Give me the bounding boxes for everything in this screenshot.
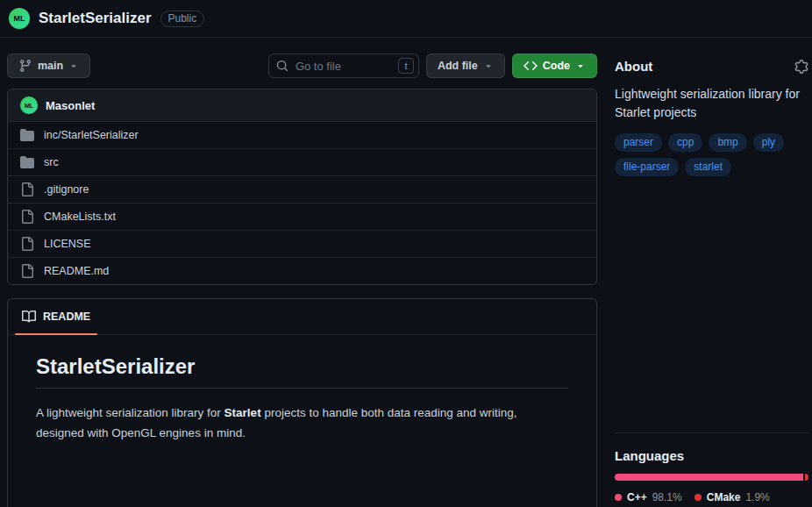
language-legend-item[interactable]: C++ 98.1% [615, 491, 682, 503]
owner-avatar[interactable]: ML [9, 8, 30, 29]
content-column: main t Add file [7, 38, 597, 507]
language-legend-item[interactable]: CMake 1.9% [694, 491, 770, 503]
language-percent: 98.1% [652, 491, 682, 503]
table-row[interactable]: README.md [8, 257, 596, 284]
file-link[interactable]: .gitignore [44, 183, 89, 196]
readme-body: StarletSerializer A lightweight serializ… [8, 335, 596, 462]
readme-title: StarletSerializer [36, 354, 568, 389]
chevron-down-icon [483, 61, 494, 71]
languages-section: Languages C++ 98.1% CMake 1.9% [615, 432, 808, 503]
git-branch-icon [18, 59, 32, 73]
repo-title[interactable]: StarletSerializer [39, 10, 152, 27]
file-rows: inc/StarletSerializer src .gitignore CMa… [8, 121, 596, 284]
code-label: Code [543, 60, 570, 72]
language-color-dot [694, 494, 702, 501]
file-link[interactable]: src [44, 156, 59, 168]
topics-list: parser cpp bmp ply file-parser starlet [615, 133, 808, 176]
readme-tab-bar: README [8, 299, 596, 335]
language-bar-segment [805, 474, 808, 481]
topic-tag[interactable]: starlet [685, 158, 731, 176]
file-icon [20, 237, 34, 251]
file-link[interactable]: LICENSE [44, 238, 91, 250]
readme-paragraph-prefix: A lightweight serialization library for [36, 406, 224, 419]
about-header: About [615, 59, 808, 74]
about-title: About [615, 59, 652, 74]
topic-tag[interactable]: ply [753, 133, 784, 152]
topic-tag[interactable]: cpp [668, 133, 702, 152]
about-description: Lightweight serialization library for St… [615, 85, 808, 122]
code-icon [524, 59, 538, 73]
folder-icon [20, 155, 34, 169]
file-link[interactable]: CMakeLists.txt [44, 211, 116, 223]
table-row[interactable]: .gitignore [8, 175, 596, 203]
latest-commit-row: ML Masonlet [8, 89, 596, 121]
languages-title: Languages [615, 448, 808, 463]
sidebar: About Lightweight serialization library … [615, 38, 808, 503]
about-settings-button[interactable] [794, 60, 808, 74]
visibility-badge: Public [160, 11, 205, 27]
languages-legend: C++ 98.1% CMake 1.9% [615, 491, 808, 503]
chevron-down-icon [68, 61, 79, 71]
code-button[interactable]: Code [512, 54, 597, 78]
file-icon [20, 210, 34, 224]
readme-paragraph-bold: Starlet [224, 406, 261, 419]
table-row[interactable]: CMakeLists.txt [8, 203, 596, 230]
table-row[interactable]: LICENSE [8, 230, 596, 257]
search-icon [276, 60, 288, 72]
topic-tag[interactable]: parser [615, 133, 662, 152]
file-link[interactable]: README.md [44, 265, 109, 277]
gear-icon [794, 60, 808, 74]
branch-label: main [38, 60, 63, 72]
language-percent: 1.9% [745, 491, 769, 503]
goto-file-search: t [268, 54, 419, 78]
file-table: ML Masonlet inc/StarletSerializer src .g… [7, 89, 597, 285]
readme-tab-label: README [43, 311, 90, 323]
readme-card: README StarletSerializer A lightweight s… [7, 298, 597, 507]
language-color-dot [615, 494, 622, 501]
topic-tag[interactable]: file-parser [615, 158, 679, 176]
language-name: CMake [707, 491, 741, 503]
add-file-button[interactable]: Add file [426, 54, 505, 78]
repo-toolbar: main t Add file [7, 54, 597, 78]
language-name: C++ [627, 491, 647, 503]
shortcut-key-badge: t [398, 58, 414, 74]
page-layout: main t Add file [0, 38, 812, 507]
committer-name[interactable]: Masonlet [46, 99, 95, 112]
topic-tag[interactable]: bmp [709, 133, 746, 152]
chevron-down-icon [575, 61, 586, 71]
table-row[interactable]: src [8, 148, 596, 175]
language-bar-segment [615, 474, 803, 481]
branch-selector[interactable]: main [7, 54, 90, 78]
committer-avatar-initials: ML [25, 103, 33, 109]
repo-header: ML StarletSerializer Public [0, 0, 812, 38]
committer-avatar[interactable]: ML [20, 96, 38, 114]
add-file-label: Add file [438, 60, 478, 72]
file-link[interactable]: inc/StarletSerializer [44, 129, 139, 141]
owner-avatar-initials: ML [14, 14, 25, 23]
tab-readme[interactable]: README [15, 299, 97, 334]
file-icon [20, 182, 34, 196]
sidebar-spacer [615, 176, 808, 432]
goto-file-input[interactable] [268, 54, 419, 78]
languages-bar [615, 474, 808, 481]
book-icon [22, 310, 36, 324]
table-row[interactable]: inc/StarletSerializer [8, 121, 596, 148]
folder-icon [20, 128, 34, 142]
readme-paragraph: A lightweight serialization library for … [36, 403, 568, 443]
file-icon [20, 264, 34, 278]
